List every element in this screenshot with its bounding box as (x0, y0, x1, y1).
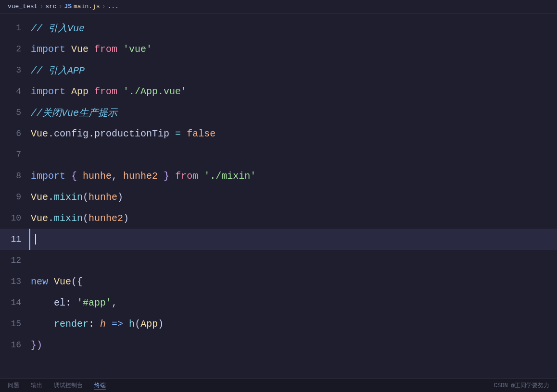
line-content-13: new Vue({ (29, 276, 83, 287)
token-str: '#app' (77, 297, 112, 308)
breadcrumb-sep3: › (102, 3, 106, 10)
token-kw-new: new (31, 276, 48, 287)
tab-debug[interactable]: 调试控制台 (54, 381, 83, 390)
token-punct: ) (117, 192, 123, 203)
token-obj-name: App (140, 318, 158, 330)
token-punct: . (48, 213, 54, 224)
token-obj-name: Vue (31, 128, 48, 139)
token-punct: . (48, 128, 54, 139)
token-obj-name: Vue (31, 192, 48, 203)
token-brace: }) (31, 340, 42, 351)
token-comment: // 引入Vue (31, 22, 85, 35)
line-number-2: 2 (0, 44, 29, 54)
token-punct (198, 171, 204, 182)
token-punct: ( (135, 318, 140, 330)
line-number-7: 7 (0, 150, 29, 159)
breadcrumb-src[interactable]: src (45, 3, 56, 10)
code-line-1: 1// 引入Vue (0, 17, 557, 38)
line-content-10: Vue.mixin(hunhe2) (29, 213, 129, 224)
token-str: './mixin' (204, 171, 256, 182)
token-punct (48, 276, 54, 287)
line-content-1: // 引入Vue (29, 22, 85, 35)
token-obj-name: Vue (31, 213, 48, 224)
code-line-6: 6Vue.config.productionTip = false (0, 123, 557, 144)
code-editor: 1// 引入Vue2import Vue from 'vue'3// 引入APP… (0, 13, 557, 377)
line-content-4: import App from './App.vue' (29, 86, 187, 97)
code-line-4: 4import App from './App.vue' (0, 81, 557, 102)
code-line-7: 7 (0, 144, 557, 165)
token-punct (123, 318, 129, 330)
line-content-11 (32, 234, 36, 245)
line-number-13: 13 (0, 277, 29, 286)
code-line-9: 9Vue.mixin(hunhe) (0, 186, 557, 208)
line-content-6: Vue.config.productionTip = false (29, 128, 215, 139)
line-number-10: 10 (0, 213, 29, 223)
code-line-14: 14 el: '#app', (0, 292, 557, 313)
token-punct (77, 171, 83, 182)
token-obj-name: App (71, 86, 89, 97)
token-punct (117, 86, 123, 97)
tab-problems[interactable]: 问题 (8, 381, 19, 390)
breadcrumb-file[interactable]: main.js (74, 3, 100, 10)
token-kw-from: from (94, 86, 117, 97)
token-punct (106, 318, 112, 330)
token-prop: el (54, 297, 65, 308)
token-brace: { (71, 171, 77, 182)
token-method: mixin (54, 192, 83, 203)
token-prop: productionTip (94, 128, 169, 139)
line-content-3: // 引入APP (29, 64, 85, 77)
status-bar: 问题 输出 调试控制台 终端 CSDN @王同学要努力 (0, 379, 557, 392)
line-content-9: Vue.mixin(hunhe) (29, 192, 123, 203)
line-number-4: 4 (0, 86, 29, 96)
line-number-16: 16 (0, 340, 29, 350)
line-number-11: 11 (0, 234, 29, 244)
token-kw-import: import (31, 44, 65, 55)
line-number-6: 6 (0, 129, 29, 138)
tab-terminal[interactable]: 终端 (94, 381, 106, 390)
token-punct: ({ (71, 276, 83, 287)
line-number-12: 12 (0, 256, 29, 265)
token-punct (89, 86, 94, 97)
token-punct: : (89, 318, 100, 330)
breadcrumb-more[interactable]: ... (107, 3, 118, 10)
token-method: h (129, 318, 135, 330)
breadcrumb-project[interactable]: vue_test (8, 3, 38, 10)
line-number-1: 1 (0, 23, 29, 33)
token-str: 'vue' (123, 44, 152, 55)
token-punct (65, 171, 71, 182)
token-kw-import: import (31, 171, 65, 182)
token-punct: ( (83, 192, 89, 203)
token-kw-false: false (187, 128, 215, 139)
code-line-8: 8import { hunhe, hunhe2 } from './mixin' (0, 165, 557, 186)
token-comment: // 引入APP (31, 64, 85, 77)
token-method: mixin (54, 213, 83, 224)
text-cursor (35, 234, 36, 245)
credit-text: CSDN @王同学要努力 (494, 381, 549, 390)
line-content-2: import Vue from 'vue' (29, 44, 152, 55)
token-punct: ) (123, 213, 129, 224)
token-punct (65, 86, 71, 97)
code-line-10: 10Vue.mixin(hunhe2) (0, 208, 557, 229)
line-number-8: 8 (0, 171, 29, 181)
token-punct (65, 44, 71, 55)
token-punct (169, 128, 175, 139)
line-number-15: 15 (0, 319, 29, 329)
code-line-3: 3// 引入APP (0, 60, 557, 81)
token-param: hunhe2 (89, 213, 123, 224)
token-italic-h: h (100, 318, 106, 330)
tab-output[interactable]: 输出 (31, 381, 42, 390)
token-param: hunhe (83, 171, 112, 182)
breadcrumb-lang: JS (64, 3, 72, 10)
token-arrow: => (112, 318, 123, 330)
token-punct (117, 44, 123, 55)
code-line-16: 16}) (0, 334, 557, 355)
breadcrumb-sep2: › (59, 3, 63, 10)
token-kw-render: render (54, 318, 89, 330)
breadcrumb-sep1: › (39, 3, 43, 10)
active-line-border (29, 229, 30, 250)
token-str: './App.vue' (123, 86, 187, 97)
line-content-15: render: h => h(App) (29, 318, 164, 330)
token-punct: ( (83, 213, 89, 224)
code-line-5: 5//关闭Vue生产提示 (0, 102, 557, 123)
breadcrumb: vue_test › src › JS main.js › ... (0, 0, 557, 13)
